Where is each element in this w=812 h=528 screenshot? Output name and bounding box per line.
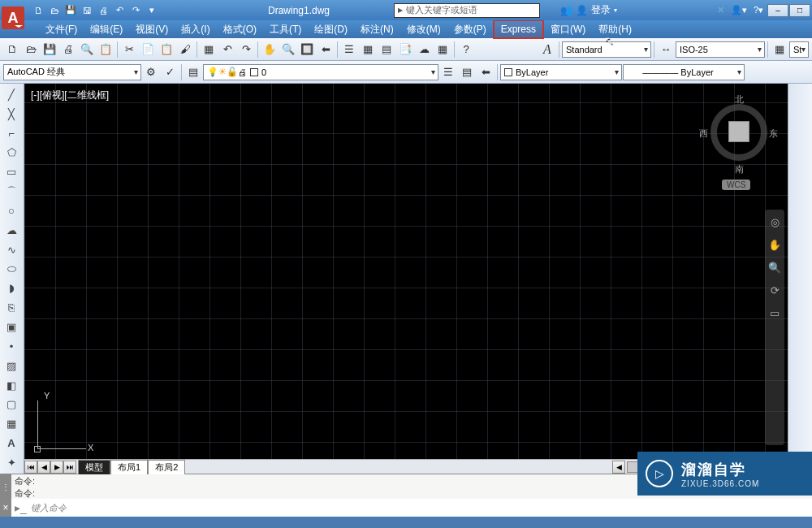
menu-window[interactable]: 窗口(W)	[544, 20, 592, 39]
zoom-icon[interactable]: 🔍	[767, 260, 782, 275]
dim-style-dropdown[interactable]: ISO-25	[676, 41, 765, 58]
preview-icon[interactable]: 🔍	[78, 41, 96, 58]
addselected-icon[interactable]: ✦	[2, 453, 21, 472]
polygon-icon[interactable]: ⬠	[2, 144, 21, 162]
help-icon[interactable]: ?▾	[754, 5, 763, 15]
new-icon[interactable]: 🗋	[31, 3, 45, 18]
viewcube-face[interactable]	[728, 121, 749, 142]
orbit-icon[interactable]: ⟳	[767, 283, 782, 297]
menu-file[interactable]: 文件(F)	[39, 20, 84, 39]
block-icon[interactable]: ▣	[2, 318, 21, 336]
design-center-icon[interactable]: ▦	[359, 41, 377, 58]
menu-format[interactable]: 格式(O)	[217, 20, 263, 39]
open-icon[interactable]: 🗁	[22, 41, 40, 58]
paste-icon[interactable]: 📋	[158, 41, 175, 58]
match-icon[interactable]: 🖌	[176, 41, 194, 58]
autodesk-icon[interactable]: 👤▾	[731, 5, 747, 15]
menu-help[interactable]: 帮助(H)	[592, 20, 638, 39]
help-search-input[interactable]: 键入关键字或短语	[394, 3, 540, 18]
hatch-icon[interactable]: ▨	[2, 357, 21, 375]
save-icon[interactable]: 💾	[41, 41, 58, 58]
xline-icon[interactable]: ╳	[2, 105, 21, 123]
menu-parametric[interactable]: 参数(P)	[447, 20, 493, 39]
menu-tools[interactable]: 工具(T)	[263, 20, 308, 39]
textstyle-icon[interactable]: A	[538, 41, 556, 58]
new-icon[interactable]: 🗋	[3, 41, 21, 58]
dimstyle-icon[interactable]: ↔	[657, 41, 675, 58]
undo-icon[interactable]: ↶	[218, 41, 236, 58]
point-icon[interactable]: •	[2, 337, 21, 356]
wcs-badge[interactable]: WCS	[722, 180, 750, 190]
rectangle-icon[interactable]: ▭	[2, 162, 21, 181]
layer-dropdown[interactable]: 💡☀🔓🖨 0	[203, 64, 438, 80]
menu-edit[interactable]: 编辑(E)	[84, 20, 129, 39]
cmd-handle-icon[interactable]: ⋮	[0, 474, 11, 499]
help-icon[interactable]: ?	[457, 41, 475, 58]
arc-icon[interactable]: ⌒	[2, 182, 21, 201]
tab-first-icon[interactable]: ⏮	[24, 461, 37, 474]
maximize-button[interactable]: □	[789, 4, 810, 17]
menu-draw[interactable]: 绘图(D)	[308, 20, 354, 39]
cmd-close-icon[interactable]: ×	[0, 499, 11, 517]
wheel-icon[interactable]: ◎	[767, 214, 782, 229]
circle-icon[interactable]: ○	[2, 201, 21, 220]
layer-states-icon[interactable]: ☰	[439, 63, 457, 81]
cut-icon[interactable]: ✂	[120, 41, 138, 58]
tool-palette-icon[interactable]: ▤	[378, 41, 395, 58]
menu-modify[interactable]: 修改(M)	[400, 20, 447, 39]
saveas-icon[interactable]: 🖫	[80, 3, 94, 18]
menu-dimension[interactable]: 标注(N)	[354, 20, 400, 39]
viewcube[interactable]: 北 南 东 西 WCS	[702, 92, 775, 189]
menu-express[interactable]: Express	[493, 19, 544, 39]
zoomwin-icon[interactable]: 🔲	[298, 41, 316, 58]
revcloud-icon[interactable]: ☁	[2, 221, 21, 240]
scroll-left-icon[interactable]: ◀	[612, 461, 625, 474]
polyline-icon[interactable]: ⌐	[2, 124, 21, 143]
block-icon[interactable]: ▦	[200, 41, 218, 58]
model-tab[interactable]: 模型	[78, 460, 110, 474]
command-input[interactable]: × ▸_ 键入命令	[0, 499, 812, 517]
ellipsearc-icon[interactable]: ◗	[2, 279, 21, 297]
redo-icon[interactable]: ↷	[237, 41, 255, 58]
menu-view[interactable]: 视图(V)	[129, 20, 175, 39]
gradient-icon[interactable]: ◧	[2, 376, 21, 395]
tablestyle-dropdown[interactable]: St	[789, 41, 809, 58]
redo-icon[interactable]: ↷	[128, 3, 143, 18]
minimize-button[interactable]: –	[767, 4, 788, 17]
pan-icon[interactable]: ✋	[767, 237, 782, 252]
markup-icon[interactable]: ☁	[415, 41, 433, 58]
layout2-tab[interactable]: 布局2	[148, 460, 185, 474]
save-icon[interactable]: 💾	[63, 3, 78, 18]
color-dropdown[interactable]: ByLayer	[500, 64, 622, 80]
tab-last-icon[interactable]: ⏭	[63, 461, 76, 474]
table-style-icon[interactable]: ▦	[771, 41, 788, 58]
undo-icon[interactable]: ↶	[112, 3, 127, 18]
sheet-set-icon[interactable]: 📑	[396, 41, 414, 58]
layer-prev-icon[interactable]: ⬅	[477, 63, 495, 81]
zoomprev-icon[interactable]: ⬅	[317, 41, 335, 58]
layer-iso-icon[interactable]: ▤	[458, 63, 476, 81]
workspace-settings-icon[interactable]: ⚙	[142, 63, 160, 81]
open-icon[interactable]: 🗁	[47, 3, 62, 18]
copy-icon[interactable]: 📄	[139, 41, 157, 58]
print-icon[interactable]: 🖨	[59, 41, 77, 58]
tab-next-icon[interactable]: ▶	[50, 461, 63, 474]
line-icon[interactable]: ╱	[2, 85, 21, 104]
workspace-save-icon[interactable]: ✓	[161, 63, 179, 81]
calc-icon[interactable]: ▦	[434, 41, 451, 58]
app-logo[interactable]: A	[2, 6, 24, 29]
insert-icon[interactable]: ⎘	[2, 298, 21, 317]
showmotion-icon[interactable]: ▭	[767, 305, 782, 320]
exchange-icon[interactable]: ✕	[717, 5, 724, 15]
region-icon[interactable]: ▢	[2, 396, 21, 414]
properties-icon[interactable]: ☰	[340, 41, 358, 58]
pan-icon[interactable]: ✋	[261, 41, 279, 58]
viewport-label[interactable]: [-][俯视][二维线框]	[31, 89, 109, 102]
menu-insert[interactable]: 插入(I)	[175, 20, 216, 39]
print-icon[interactable]: 🖨	[96, 3, 110, 18]
text-style-dropdown[interactable]: Standard	[562, 41, 651, 58]
login-area[interactable]: 👥 👤 登录 ▾	[560, 3, 617, 17]
linetype-dropdown[interactable]: ———— ByLayer	[623, 64, 745, 80]
ellipse-icon[interactable]: ⬭	[2, 260, 21, 279]
workspace-dropdown[interactable]: AutoCAD 经典	[3, 64, 141, 80]
